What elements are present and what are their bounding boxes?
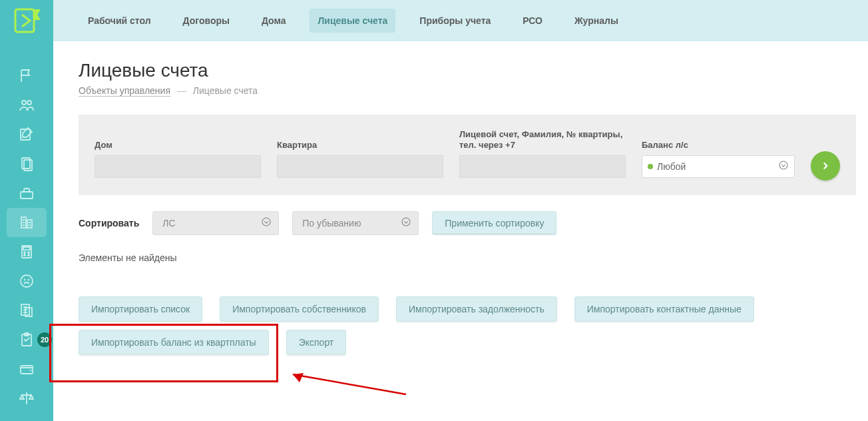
svg-rect-8	[27, 220, 32, 228]
topnav-contracts[interactable]: Договоры	[175, 9, 238, 33]
filter-apartment-input[interactable]	[277, 155, 443, 178]
topnav-houses[interactable]: Дома	[254, 9, 294, 33]
receipt-icon	[19, 302, 35, 318]
svg-marker-27	[293, 373, 304, 382]
sort-order-value: По убыванию	[302, 218, 361, 228]
svg-point-16	[25, 280, 25, 280]
topnav-desktop[interactable]: Рабочий стол	[80, 9, 159, 33]
filter-apartment-label: Квартира	[277, 140, 443, 151]
sort-field-select[interactable]: ЛС	[152, 211, 279, 235]
svg-point-12	[28, 252, 29, 253]
svg-point-23	[779, 161, 787, 169]
svg-point-25	[402, 218, 410, 226]
wallet-icon	[19, 361, 35, 377]
filter-submit-button[interactable]	[811, 151, 840, 181]
sidebar-item-toolbox[interactable]	[0, 179, 53, 208]
topnav-accounts[interactable]: Лицевые счета	[310, 9, 395, 33]
svg-point-13	[24, 254, 25, 256]
import-list-button[interactable]: Импортировать список	[79, 296, 202, 322]
import-debt-button[interactable]: Импортировать задолженность	[396, 296, 557, 322]
svg-rect-22	[21, 366, 33, 374]
filter-house-label: Дом	[95, 140, 261, 151]
sidebar-item-buildings[interactable]	[7, 208, 47, 237]
svg-line-26	[293, 374, 406, 394]
building-icon	[19, 214, 35, 230]
breadcrumb: Объекты управления — Лицевые счета	[79, 85, 856, 96]
clipboard-icon	[19, 332, 35, 348]
chevron-down-icon	[778, 160, 789, 173]
import-contacts-button[interactable]: Импортировать контактные данные	[574, 296, 754, 322]
svg-point-24	[262, 218, 270, 226]
scales-icon	[19, 390, 35, 406]
chevron-right-icon	[819, 160, 831, 172]
svg-point-15	[21, 275, 33, 287]
filter-balance-value: Любой	[657, 161, 686, 172]
toolbox-icon	[19, 185, 35, 201]
filter-balance-select[interactable]: Любой	[642, 155, 795, 178]
apply-sort-button[interactable]: Применить сортировку	[432, 211, 556, 235]
topnav-journals[interactable]: Журналы	[566, 9, 626, 33]
sidebar-item-documents[interactable]	[0, 149, 53, 179]
filter-search-input[interactable]	[459, 155, 626, 178]
sort-field-value: ЛС	[162, 218, 175, 228]
documents-icon	[19, 156, 35, 172]
sidebar-item-edit[interactable]	[0, 120, 53, 149]
filter-panel: Дом Квартира Лицевой счет, Фамилия, № кв…	[79, 115, 856, 195]
breadcrumb-link[interactable]: Объекты управления	[79, 85, 170, 97]
sidebar-item-flag[interactable]	[0, 61, 53, 91]
app-logo[interactable]	[0, 0, 53, 41]
filter-balance-label: Баланс л/с	[642, 140, 795, 151]
sort-label: Сортировать	[79, 218, 139, 228]
sidebar-item-wallet[interactable]	[0, 354, 53, 384]
svg-rect-10	[23, 247, 30, 250]
page-title: Лицевые счета	[79, 60, 856, 81]
sidebar-item-clipboard[interactable]: 20	[0, 325, 53, 354]
actions-row-2: Импортировать баланс из квартплаты Экспо…	[79, 330, 856, 355]
flag-icon	[19, 68, 35, 84]
import-owners-button[interactable]: Импортировать собственников	[220, 296, 379, 322]
left-sidebar: 20	[0, 0, 53, 421]
actions-row: Импортировать список Импортировать собст…	[79, 296, 856, 322]
svg-point-14	[28, 254, 29, 256]
sidebar-item-scales[interactable]	[0, 384, 53, 413]
svg-point-2	[27, 101, 31, 105]
filter-search-label: Лицевой счет, Фамилия, № квартиры, тел. …	[459, 129, 626, 151]
annotation-arrow-icon	[280, 368, 413, 401]
users-icon	[19, 97, 35, 113]
sidebar-item-face[interactable]	[0, 266, 53, 296]
import-balance-button[interactable]: Импортировать баланс из квартплаты	[79, 330, 269, 355]
sidebar-badge: 20	[37, 332, 52, 347]
svg-point-11	[24, 252, 25, 253]
calculator-icon	[19, 244, 35, 260]
face-sad-icon	[19, 273, 35, 289]
chevron-down-icon	[261, 216, 272, 229]
chevron-down-icon	[401, 216, 411, 229]
empty-results-message: Элементы не найдены	[79, 252, 856, 263]
svg-point-17	[29, 280, 29, 280]
breadcrumb-separator: —	[177, 85, 186, 96]
edit-icon	[19, 127, 35, 143]
sidebar-item-receipts[interactable]	[0, 296, 53, 325]
sidebar-item-calculator[interactable]	[0, 237, 53, 266]
status-dot-icon	[648, 164, 653, 169]
sort-order-select[interactable]: По убыванию	[292, 211, 419, 235]
top-navigation: Рабочий стол Договоры Дома Лицевые счета…	[53, 0, 868, 41]
topnav-meters[interactable]: Приборы учета	[411, 9, 499, 33]
svg-rect-6	[21, 192, 33, 199]
export-button[interactable]: Экспорт	[286, 330, 347, 355]
svg-point-1	[22, 101, 26, 105]
sidebar-item-users[interactable]	[0, 91, 53, 120]
logo-icon	[11, 5, 42, 36]
breadcrumb-current: Лицевые счета	[193, 85, 258, 96]
topnav-rso[interactable]: РСО	[515, 9, 550, 33]
filter-house-input[interactable]	[95, 155, 261, 178]
sort-row: Сортировать ЛС По убыванию Применить сор…	[79, 211, 856, 235]
